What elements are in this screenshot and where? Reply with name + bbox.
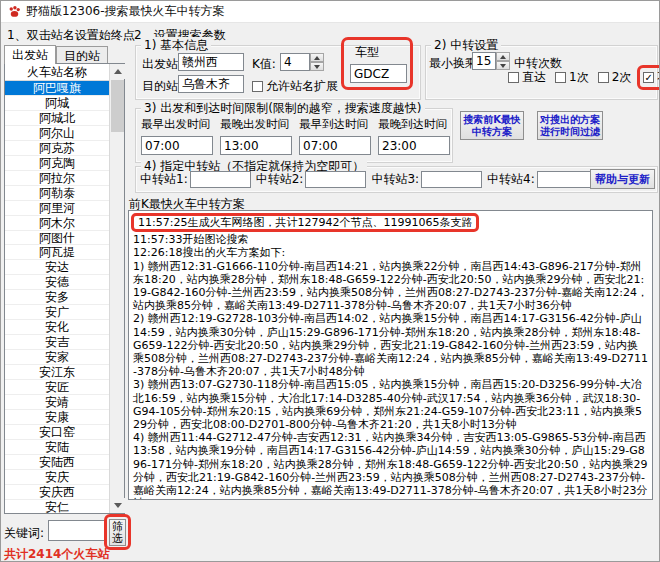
k-value-label: K值: <box>252 56 276 73</box>
dest-station-label: 目的站: <box>142 78 182 95</box>
list-item[interactable]: 安德 <box>5 275 109 290</box>
list-item[interactable]: 阿克陶 <box>5 156 109 171</box>
depart-station-label: 出发站: <box>142 56 182 73</box>
via-station-input[interactable] <box>190 171 251 188</box>
results-log[interactable]: 11:57:25生成火车网络图，共计127942个节点、11991065条支路 … <box>128 210 653 500</box>
list-item[interactable]: 安庆 <box>5 470 109 485</box>
app-icon <box>8 5 21 18</box>
min-transfer-minutes-input[interactable] <box>472 52 496 70</box>
list-item[interactable]: 安陆 <box>5 440 109 455</box>
via-station-input[interactable] <box>537 171 598 188</box>
list-item[interactable]: 阿尔山 <box>5 126 109 141</box>
help-button[interactable]: 帮助与更新 <box>590 169 655 189</box>
list-item[interactable]: 阿克苏 <box>5 141 109 156</box>
expand-station-checkbox[interactable]: 允许站名扩展 <box>252 78 338 95</box>
list-item[interactable]: 安化 <box>5 320 109 335</box>
min-transfer-spinner[interactable] <box>496 52 510 70</box>
log-line: 3) 赣州西13:07-G2730-118分钟-南昌西15:05，站内换乘15分… <box>133 378 648 431</box>
list-item[interactable]: 安庆西 <box>5 485 109 500</box>
via-station-field: 中转站2: <box>256 171 372 188</box>
scroll-down-icon[interactable] <box>110 498 125 513</box>
train-type-input[interactable] <box>350 64 407 83</box>
time-field-label: 最早出发时间 <box>141 116 210 132</box>
depart-station-input[interactable] <box>178 53 244 71</box>
via-station-input[interactable] <box>305 171 366 188</box>
time-field-label: 最晚出发时间 <box>220 116 289 132</box>
list-item[interactable]: 安达 <box>5 260 109 275</box>
list-item[interactable]: 阿勒泰 <box>5 186 109 201</box>
transfer-option-checkbox[interactable]: 直达 <box>508 69 546 86</box>
time-field-input[interactable] <box>141 136 213 155</box>
scrollbar[interactable] <box>109 64 124 513</box>
list-item[interactable]: 安多 <box>5 290 109 305</box>
list-item[interactable]: 安陆西 <box>5 455 109 470</box>
via-station-field: 中转站1: <box>140 171 256 188</box>
station-total-text: 共计2414个火车站 <box>4 546 109 562</box>
log-line: 1) 赣州西12:31-G1666-110分钟-南昌西14:21，站内换乘22分… <box>133 260 648 313</box>
station-tabs: 出发站目的站 <box>4 45 108 64</box>
via-station-input[interactable] <box>421 171 482 188</box>
spin-up-icon[interactable] <box>310 53 324 62</box>
list-item[interactable]: 阿图什 <box>5 231 109 246</box>
transfer-option-checkbox[interactable]: 2次 <box>598 69 632 86</box>
time-filter-button[interactable]: 对搜出的方案进行时间过滤 <box>537 111 603 140</box>
search-button[interactable]: 搜索前K最快中转方案 <box>460 111 524 140</box>
spin-up-icon[interactable] <box>496 52 510 61</box>
via-station-field: 中转站3: <box>371 171 487 188</box>
list-item[interactable]: 阿城北 <box>5 111 109 126</box>
transfer-option-checkbox[interactable]: 1次 <box>555 69 589 86</box>
transfer-option-checkbox[interactable]: 不限 <box>637 65 660 90</box>
list-item[interactable]: 阿瓦提 <box>5 245 109 260</box>
time-field-input[interactable] <box>299 136 371 155</box>
station-tab[interactable]: 出发站 <box>4 45 56 64</box>
k-value-input[interactable] <box>280 53 310 71</box>
checkbox-icon <box>252 81 263 92</box>
list-item[interactable]: 阿城 <box>5 96 109 111</box>
k-value-spinner[interactable] <box>310 53 324 71</box>
scroll-up-icon[interactable] <box>110 64 125 79</box>
checkbox-icon <box>555 72 566 83</box>
expand-station-label: 允许站名扩展 <box>266 78 338 95</box>
time-field-label: 最早到达时间 <box>299 116 368 132</box>
time-limit-fields: 最早出发时间 最晚出发时间 最早到达时间 最晚到达时间 <box>141 116 450 155</box>
transfer-settings-group: 2) 中转设置 最小换乘分钟 中转次数 直达 1次 <box>425 45 658 100</box>
time-limit-label: 3) 出发和到达时间限制(限制的越窄，搜索速度越快) <box>141 100 425 117</box>
transfer-option-label: 2次 <box>612 69 632 86</box>
time-field-input[interactable] <box>220 136 292 155</box>
spin-down-icon[interactable] <box>310 62 324 71</box>
list-item[interactable]: 安匠 <box>5 380 109 395</box>
time-field: 最早到达时间 <box>299 116 371 155</box>
log-line: 4) 赣州西11:44-G2712-47分钟-吉安西12:31，站内换乘34分钟… <box>133 431 648 500</box>
scroll-thumb[interactable] <box>111 80 124 132</box>
via-station-label: 中转站2: <box>256 171 304 188</box>
app-window: 野猫版12306-搜索最快火车中转方案 1、双击站名设置始终点 出发站目的站 火… <box>0 0 660 562</box>
checkbox-icon <box>598 72 609 83</box>
title-bar: 野猫版12306-搜索最快火车中转方案 <box>1 1 659 23</box>
list-item[interactable]: 安江东 <box>5 365 109 380</box>
log-line: 11:57:33开始图论搜索 <box>133 233 648 246</box>
filter-button[interactable]: 筛选 <box>109 519 126 546</box>
log-lines: 11:57:33开始图论搜索12:26:18搜出的火车方案如下:1) 赣州西12… <box>133 233 648 500</box>
list-item[interactable]: 阿木尔 <box>5 216 109 231</box>
transfer-option-label: 1次 <box>569 69 589 86</box>
list-item[interactable]: 阿里河 <box>5 201 109 216</box>
keyword-input[interactable] <box>48 520 105 541</box>
log-line-highlighted: 11:57:25生成火车网络图，共计127942个节点、11991065条支路 <box>133 213 648 233</box>
list-item[interactable]: 安广 <box>5 305 109 320</box>
list-item[interactable]: 安靖 <box>5 395 109 410</box>
station-listbox: 火车站名称 阿巴嘎旗阿城阿城北阿尔山阿克苏阿克陶阿拉尔阿勒泰阿里河阿木尔阿图什阿… <box>4 63 125 514</box>
list-item[interactable]: 安吉 <box>5 335 109 350</box>
list-item[interactable]: 安康 <box>5 410 109 425</box>
station-tab[interactable]: 目的站 <box>56 46 108 64</box>
dest-station-input[interactable] <box>178 75 244 93</box>
time-field-input[interactable] <box>378 136 450 155</box>
list-item[interactable]: 阿巴嘎旗 <box>5 81 109 96</box>
list-item[interactable]: 安仁 <box>5 500 109 513</box>
list-item[interactable]: 安口窑 <box>5 425 109 440</box>
list-item[interactable]: 阿拉尔 <box>5 171 109 186</box>
list-item[interactable]: 安家 <box>5 350 109 365</box>
time-field: 最晚到达时间 <box>378 116 450 155</box>
keyword-label: 关键词: <box>4 525 44 542</box>
left-panel-heading: 1、双击站名设置始终点 <box>7 27 135 44</box>
basic-info-label: 1) 基本信息 <box>141 37 211 54</box>
